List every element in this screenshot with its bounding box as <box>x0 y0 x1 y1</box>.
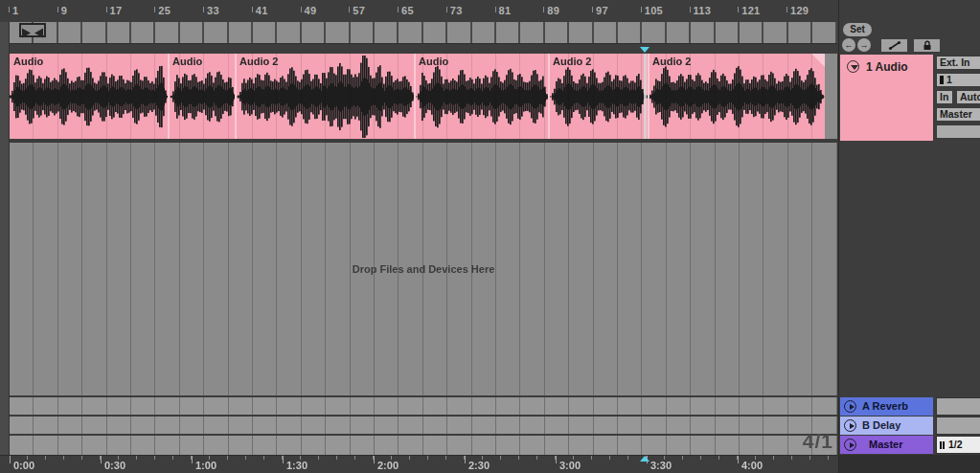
master-meter-box[interactable]: 1/2 <box>936 436 980 454</box>
master-track-row[interactable]: Master <box>840 436 933 454</box>
bar-number: 129 <box>790 5 809 16</box>
bar-number: 81 <box>499 5 512 16</box>
bar-ruler[interactable]: 191725334149576573818997105113121129 <box>0 0 837 22</box>
audio-clip[interactable]: Audio <box>415 54 549 139</box>
clip-title: Audio 2 <box>553 56 591 67</box>
track-name: 1 Audio <box>866 60 908 74</box>
time-label: 0:00 <box>13 460 34 471</box>
drop-hint-text: Drop Files and Devices Here <box>10 263 837 275</box>
time-ruler[interactable]: 0:000:301:001:302:002:303:003:304:00 <box>0 455 837 473</box>
time-label: 3:30 <box>650 460 672 471</box>
clip-boundary <box>548 54 550 139</box>
audio-clip[interactable]: Audio 2 <box>236 54 415 139</box>
clip-boundary <box>648 54 650 139</box>
bar-number: 97 <box>596 5 608 16</box>
monitor-in-button[interactable]: In <box>936 90 953 104</box>
audio-track-clip-lane[interactable]: AudioAudioAudio 2AudioAudio 2Audio 2 <box>10 54 837 139</box>
bar-number: 49 <box>305 5 317 16</box>
return-b-io-box[interactable] <box>936 417 980 435</box>
clip-title: Audio <box>419 56 448 67</box>
ableton-arrangement-view: 191725334149576573818997105113121129 Aud… <box>0 0 980 473</box>
bar-number: 73 <box>450 5 463 16</box>
clip-boundary <box>168 54 170 139</box>
input-channel-chooser[interactable]: 1 <box>936 73 980 87</box>
grid-interval-label: 4/1 <box>803 430 833 453</box>
bar-number: 105 <box>645 5 663 16</box>
loop-brace-icon[interactable] <box>19 23 46 37</box>
play-icon[interactable] <box>844 400 856 413</box>
time-label: 4:00 <box>741 460 763 471</box>
time-label: 1:00 <box>195 460 217 471</box>
play-icon[interactable] <box>844 419 856 432</box>
return-b-lane[interactable] <box>10 416 837 434</box>
master-name: Master <box>869 439 902 450</box>
bar-number: 89 <box>547 5 559 16</box>
return-a-lane[interactable] <box>10 396 837 415</box>
audio-clip[interactable]: Audio 2 <box>549 54 644 139</box>
insert-marker-top-icon[interactable] <box>640 47 650 53</box>
insert-marker-line <box>644 54 647 139</box>
meter-bars-icon <box>940 441 942 449</box>
draw-mode-button[interactable] <box>881 39 907 52</box>
time-label: 1:30 <box>286 460 308 471</box>
return-a-io-box[interactable] <box>936 397 980 416</box>
clip-boundary <box>235 54 237 139</box>
bar-number: 41 <box>256 5 268 16</box>
track-drop-area[interactable]: Drop Files and Devices Here <box>10 141 837 395</box>
return-a-name: A Reverb <box>862 400 908 412</box>
lock-envelopes-button[interactable] <box>914 39 940 52</box>
meter-bars-icon <box>943 441 945 449</box>
bar-number: 121 <box>741 5 760 16</box>
ruler-clip-divider <box>10 45 837 54</box>
prev-marker-button[interactable]: ← <box>842 38 855 52</box>
next-marker-button[interactable]: → <box>857 38 871 52</box>
insert-marker-bottom-icon[interactable] <box>640 456 650 462</box>
clip-title: Audio <box>172 56 202 67</box>
time-ruler-minor-ticks <box>10 456 837 460</box>
monitor-auto-button[interactable]: Auto <box>956 90 980 104</box>
time-label: 0:30 <box>104 460 125 471</box>
clip-title: Audio 2 <box>239 56 278 67</box>
bar-number: 57 <box>353 5 365 16</box>
return-b-name: B Delay <box>862 419 900 431</box>
time-label: 2:30 <box>468 460 490 471</box>
play-icon[interactable] <box>844 439 856 451</box>
bar-number: 113 <box>694 5 712 16</box>
return-track-a-reverb[interactable]: A Reverb <box>840 397 933 416</box>
time-label: 2:00 <box>377 460 399 471</box>
track-control-panel: Set ← → 1 Audio Ext. In 1 In Auto Master <box>838 0 980 473</box>
bar-number: 65 <box>401 5 414 16</box>
bar-number: 25 <box>158 5 171 16</box>
bar-number: 1 <box>12 5 18 16</box>
master-lane[interactable]: 4/1 <box>10 435 837 455</box>
panel-bottom-strip <box>839 455 980 473</box>
bar-number: 17 <box>110 5 123 16</box>
time-label: 3:00 <box>559 460 581 471</box>
input-meter-icon <box>940 76 944 84</box>
clip-title: Audio 2 <box>652 56 691 67</box>
bar-number: 9 <box>61 5 67 16</box>
track-header-1-audio[interactable]: 1 Audio <box>840 55 933 141</box>
track-fold-icon[interactable] <box>847 60 859 73</box>
set-button[interactable]: Set <box>843 23 872 36</box>
output-chooser[interactable]: Master <box>936 107 980 122</box>
bar-number: 33 <box>207 5 219 16</box>
audio-clip[interactable]: Audio <box>10 54 169 139</box>
audio-clip[interactable]: Audio 2 <box>649 54 825 139</box>
clip-boundary <box>414 54 416 139</box>
audio-clip[interactable]: Audio <box>169 54 236 139</box>
output-channel-box[interactable] <box>936 124 980 139</box>
left-edge-strip <box>0 0 10 473</box>
clip-title: Audio <box>13 56 43 67</box>
input-type-chooser[interactable]: Ext. In <box>936 56 980 70</box>
return-track-b-delay[interactable]: B Delay <box>840 417 933 435</box>
scrub-area[interactable] <box>10 22 837 44</box>
